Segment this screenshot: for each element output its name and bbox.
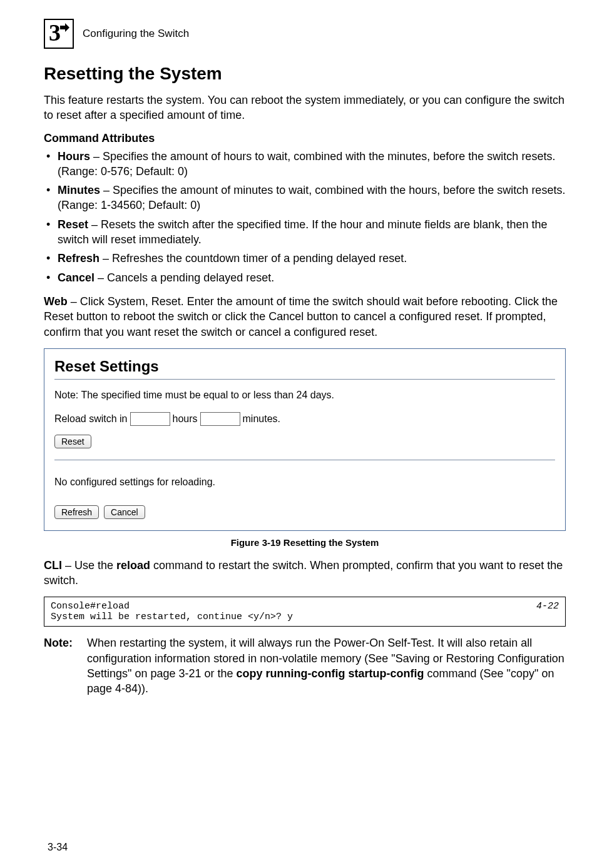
reset-settings-panel: Reset Settings Note: The specified time …	[44, 348, 566, 531]
cli-cmd: reload	[116, 559, 150, 572]
arrow-icon	[59, 23, 70, 34]
term: Hours	[58, 150, 90, 163]
hours-label: hours	[173, 413, 198, 425]
web-paragraph: Web – Click System, Reset. Enter the amo…	[44, 294, 566, 340]
term: Minutes	[58, 184, 100, 196]
cli-paragraph: CLI – Use the reload command to restart …	[44, 558, 566, 588]
panel-title: Reset Settings	[54, 358, 555, 375]
desc: – Cancels a pending delayed reset.	[94, 271, 274, 284]
web-text: – Click System, Reset. Enter the amount …	[44, 295, 558, 338]
cli-text1: – Use the	[62, 559, 116, 572]
reload-status: No configured settings for reloading.	[54, 477, 555, 488]
list-item: Minutes – Specifies the amount of minute…	[44, 183, 566, 213]
desc: – Refreshes the countdown timer of a pen…	[100, 252, 407, 265]
desc: – Resets the switch after the specified …	[58, 218, 547, 246]
note-block: Note: When restarting the system, it wil…	[44, 635, 566, 696]
chapter-icon: 3	[44, 19, 74, 49]
page-number: 3-34	[48, 842, 68, 853]
page-header: 3 Configuring the Switch	[44, 19, 566, 49]
list-item: Reset – Resets the switch after the spec…	[44, 217, 566, 248]
running-head: Configuring the Switch	[83, 28, 189, 40]
cli-line: Console#reload	[51, 601, 559, 612]
cancel-button[interactable]: Cancel	[104, 505, 145, 519]
command-attributes-heading: Command Attributes	[44, 132, 566, 145]
reload-form-row: Reload switch in hours minutes.	[54, 412, 555, 426]
term: Refresh	[58, 252, 100, 265]
reset-button[interactable]: Reset	[54, 435, 91, 448]
note-content: When restarting the system, it will alwa…	[87, 635, 565, 696]
minutes-label: minutes.	[243, 413, 280, 425]
list-item: Refresh – Refreshes the countdown timer …	[44, 251, 566, 266]
intro-paragraph: This feature restarts the system. You ca…	[44, 93, 566, 123]
web-lead: Web	[44, 295, 68, 308]
term: Cancel	[58, 271, 94, 284]
cli-ref: 4-22	[536, 601, 559, 612]
desc: – Specifies the amount of minutes to wai…	[58, 184, 565, 211]
note-bold: copy running-config startup-config	[237, 667, 424, 680]
minutes-input[interactable]	[200, 412, 240, 426]
cli-lead: CLI	[44, 559, 62, 572]
cli-line: System will be restarted, continue <y/n>…	[51, 612, 559, 622]
figure-caption: Figure 3-19 Resetting the System	[44, 537, 566, 548]
refresh-button[interactable]: Refresh	[54, 505, 99, 519]
list-item: Cancel – Cancels a pending delayed reset…	[44, 270, 566, 285]
desc: – Specifies the amount of hours to wait,…	[58, 150, 555, 178]
reload-prefix: Reload switch in	[54, 413, 128, 425]
term: Reset	[58, 218, 88, 231]
panel-note: Note: The specified time must be equal t…	[54, 390, 555, 401]
attributes-list: Hours – Specifies the amount of hours to…	[44, 149, 566, 285]
note-label: Note:	[44, 635, 84, 650]
cli-output-box: 4-22 Console#reload System will be resta…	[44, 597, 566, 627]
section-title: Resetting the System	[44, 64, 566, 84]
divider	[54, 460, 555, 460]
list-item: Hours – Specifies the amount of hours to…	[44, 149, 566, 179]
hours-input[interactable]	[130, 412, 170, 426]
divider	[54, 379, 555, 380]
